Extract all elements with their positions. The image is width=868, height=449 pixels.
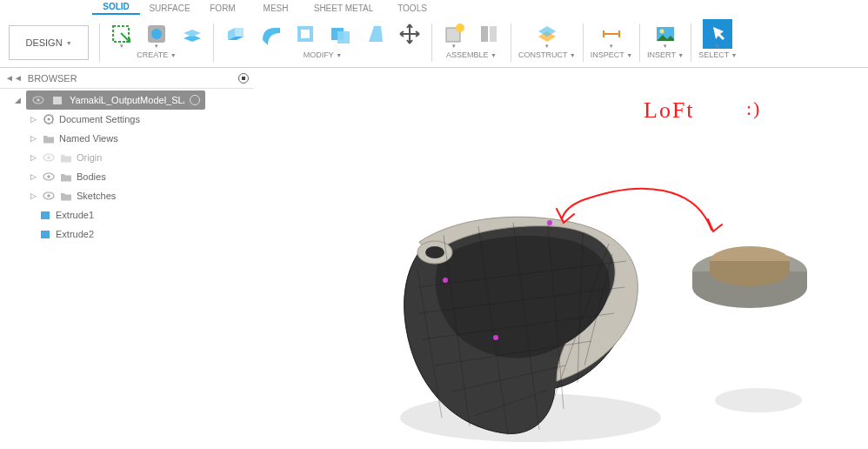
svg-point-17: [48, 118, 50, 121]
press-pull-icon[interactable]: [221, 19, 250, 49]
select-tool-icon[interactable]: [703, 19, 732, 49]
tree-item-extrude2[interactable]: Extrude2: [0, 224, 254, 244]
measure-icon[interactable]: [597, 19, 626, 49]
svg-point-23: [47, 194, 50, 198]
tab-tools[interactable]: TOOLS: [382, 3, 443, 15]
tree-item-named-views[interactable]: ▷ Named Views: [0, 129, 254, 148]
svg-rect-6: [337, 31, 350, 44]
collapse-arrow-icon[interactable]: ◄◄: [5, 73, 23, 83]
svg-rect-4: [301, 30, 310, 38]
visibility-icon[interactable]: [42, 170, 56, 184]
group-select-label: SELECT: [698, 50, 729, 59]
extrude-feature-icon: [38, 208, 52, 222]
folder-icon: [59, 170, 73, 184]
insert-decal-icon[interactable]: [651, 19, 680, 49]
svg-rect-25: [41, 231, 50, 238]
group-select: SELECT ▼: [693, 17, 742, 68]
browser-title: BROWSER: [28, 73, 238, 84]
annotation-smiley: :): [746, 97, 761, 120]
expand-icon[interactable]: ▷: [28, 153, 38, 162]
separator: [99, 23, 100, 62]
group-inspect-label: INSPECT: [591, 50, 624, 59]
new-sketch-icon[interactable]: [107, 19, 137, 49]
disc-body: [692, 246, 807, 308]
ribbon-tool-row: DESIGN ▼: [0, 17, 868, 67]
joint-icon[interactable]: [474, 19, 504, 49]
group-create: CREATE ▼: [102, 17, 211, 68]
move-copy-icon[interactable]: [395, 19, 424, 49]
component-icon: [50, 93, 64, 107]
group-create-label: CREATE: [137, 50, 168, 59]
active-component-ring-icon[interactable]: [190, 95, 200, 105]
tree-item-extrude1[interactable]: Extrude1: [0, 205, 254, 224]
group-inspect: INSPECT ▼: [585, 17, 638, 68]
draft-icon[interactable]: [360, 19, 390, 49]
folder-icon: [59, 189, 73, 203]
construction-plane-icon[interactable]: [532, 19, 562, 49]
tree-root-row[interactable]: ◢ YamakiL_OutputModel_SLA (…: [0, 90, 254, 110]
tree-root-bar[interactable]: YamakiL_OutputModel_SLA (…: [26, 90, 205, 110]
group-modify: MODIFY ▼: [216, 17, 430, 68]
svg-point-27: [715, 388, 802, 412]
tab-surface[interactable]: SURFACE: [140, 3, 199, 15]
browser-header[interactable]: ◄◄ BROWSER: [0, 68, 254, 89]
tree-item-label: Sketches: [77, 191, 116, 201]
expand-icon[interactable]: ▷: [28, 134, 38, 143]
separator: [583, 23, 584, 62]
svg-point-12: [660, 30, 664, 34]
group-modify-label: MODIFY: [304, 50, 334, 59]
group-insert: INSERT ▼: [642, 17, 689, 68]
tab-mesh[interactable]: MESH: [246, 3, 305, 15]
visibility-icon[interactable]: [31, 93, 45, 107]
tree-item-label: Document Settings: [59, 114, 140, 124]
separator: [431, 23, 432, 62]
svg-point-19: [47, 156, 50, 159]
tab-solid[interactable]: SOLID: [92, 2, 140, 15]
svg-point-14: [37, 98, 40, 102]
group-insert-label: INSERT: [647, 50, 676, 59]
svg-point-28: [692, 251, 807, 292]
svg-point-2: [151, 29, 162, 39]
workspace-switcher[interactable]: DESIGN ▼: [9, 25, 89, 60]
tree-item-origin[interactable]: ▷ Origin: [0, 148, 254, 167]
expand-icon[interactable]: ▷: [28, 115, 38, 124]
shell-icon[interactable]: [290, 19, 320, 49]
browser-tree: ◢ YamakiL_OutputModel_SLA (… ▷ Document …: [0, 89, 254, 244]
separator: [639, 23, 640, 62]
extrude-feature-icon: [38, 227, 52, 241]
extrude-icon[interactable]: [177, 19, 206, 49]
tree-item-label: Extrude1: [56, 210, 94, 220]
svg-point-35: [493, 335, 498, 340]
combine-icon[interactable]: [325, 19, 355, 49]
create-form-icon[interactable]: [142, 19, 171, 49]
folder-icon: [42, 131, 56, 145]
expand-icon[interactable]: ◢: [12, 96, 23, 104]
separator: [511, 23, 511, 62]
fillet-icon[interactable]: [256, 19, 285, 49]
expand-icon[interactable]: ▷: [28, 191, 38, 200]
new-component-icon[interactable]: [439, 19, 469, 49]
tree-item-document-settings[interactable]: ▷ Document Settings: [0, 110, 254, 129]
tree-item-label: Origin: [77, 152, 102, 163]
tree-item-sketches[interactable]: ▷ Sketches: [0, 186, 254, 205]
ribbon: SOLID SURFACE FORM MESH SHEET METAL TOOL…: [0, 0, 868, 68]
svg-point-33: [547, 220, 552, 225]
svg-point-26: [400, 393, 661, 442]
tab-sheet-metal[interactable]: SHEET METAL: [305, 3, 382, 15]
svg-point-8: [456, 23, 464, 32]
visibility-icon[interactable]: [42, 189, 56, 203]
pin-icon[interactable]: [238, 73, 249, 84]
visibility-icon[interactable]: [42, 151, 56, 164]
separator: [691, 23, 691, 62]
tree-item-bodies[interactable]: ▷ Bodies: [0, 167, 254, 186]
svg-rect-9: [481, 26, 488, 42]
svg-rect-24: [41, 211, 50, 219]
group-construct-label: CONSTRUCT: [518, 50, 567, 59]
svg-point-21: [47, 175, 50, 178]
tab-form[interactable]: FORM: [199, 3, 246, 15]
caret-down-icon: ▼: [66, 40, 72, 46]
svg-point-31: [417, 241, 452, 264]
workspace-switcher-label: DESIGN: [25, 37, 62, 48]
svg-rect-15: [53, 97, 62, 104]
expand-icon[interactable]: ▷: [28, 172, 38, 181]
